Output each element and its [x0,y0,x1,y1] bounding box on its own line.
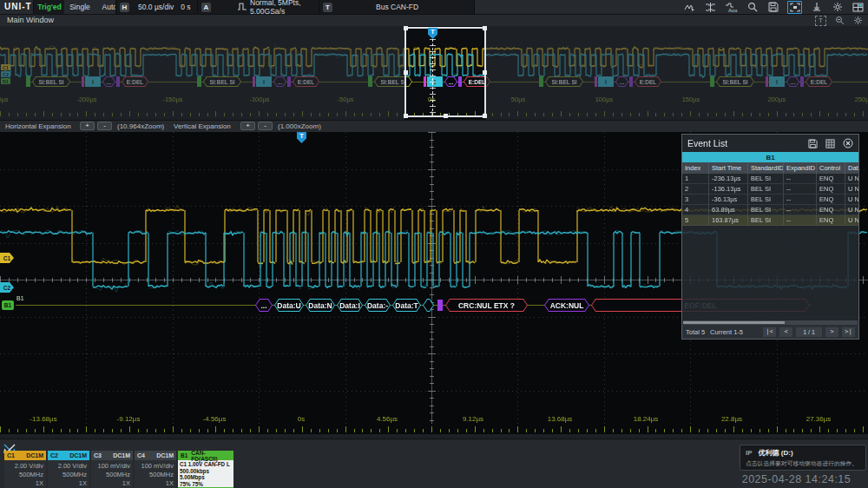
event-cell: U N I - [845,174,858,183]
search-icon[interactable] [746,2,759,13]
hexpand-plus-button[interactable]: + [80,122,95,130]
event-cell: ENQ [817,195,845,204]
event-cell: -36.13µs [709,195,748,204]
channel-card-body: 100 mV/div500MHz1X [91,460,133,488]
event-column-index: Index [682,162,709,174]
window-layout-icon[interactable] [852,2,865,13]
bus-decode-segment: ACK:NUL [544,299,589,312]
event-column-data: Data [845,162,858,174]
bus-card-header: B1CAN-FD(ASCII) [178,451,233,460]
next-page-button[interactable]: > [825,327,838,337]
probe-check-icon[interactable] [810,2,823,13]
main-waveform-area[interactable]: T C1 C2 B1 B1 ...Data:UData:NData:IData:… [0,132,868,434]
event-cell: 5 [682,215,709,225]
trigger-source: Bus CAN-FD [376,3,418,11]
event-cell: BEL SI [748,184,784,194]
bus-decode-segment: ... [255,299,273,312]
datetime-display: 2025-04-28 14:24:15 [729,473,864,485]
event-cell: -- [784,215,817,225]
single-button[interactable]: Single [64,0,95,14]
prev-page-button[interactable]: < [779,327,792,337]
save-icon[interactable] [766,2,779,13]
window-settings-icon[interactable] [853,16,863,25]
text-annotation-icon[interactable]: T [815,16,826,26]
overview-trigger-flag[interactable]: T [428,28,437,39]
zoom-handle[interactable] [483,26,487,30]
bus-decode-segment: CRC:NUL ETX ? [445,299,528,312]
event-row[interactable]: 3-36.13µsBEL SI--ENQU N I - [682,195,858,205]
event-column-start time: Start Time [709,162,748,174]
event-cell: BEL SI [748,205,784,214]
event-list-panel[interactable]: Event List B1 IndexStart TimeStandardIDE… [681,134,859,340]
main-axis-label: 4.56µs [377,415,398,423]
channel-card-c2[interactable]: C2DC1M2.00 V/div500MHz1X [48,451,89,488]
event-close-icon[interactable] [843,138,853,148]
bus1-badge[interactable]: B1 [2,300,14,310]
zoom-handle[interactable] [444,114,448,118]
window-tools: T [815,15,863,26]
horizontal-settings[interactable]: H 50.0 µs/div 0 s [115,0,198,14]
trigger-settings[interactable]: T Bus CAN-FD [319,0,475,14]
hexpand-zoom-value: (10.964xZoom) [117,122,164,130]
hexpand-minus-button[interactable]: - [97,122,112,130]
event-row[interactable]: 463.89µsBEL SI--ENQU N I - [682,205,858,215]
vexpand-plus-button[interactable]: + [240,122,255,130]
zoom-handle[interactable] [404,114,408,118]
event-column-control: Control [817,162,845,174]
event-cell: BEL SI [748,174,784,183]
event-row[interactable]: 2-136.13µsBEL SI--ENQU N I - [682,184,858,195]
main-axis-label: 13.68µs [548,415,573,423]
acquire-settings[interactable]: A Normal, 5MPts, 5.00GSa/s [197,0,319,14]
first-page-button[interactable]: |< [763,327,776,337]
event-cell: ENQ [817,215,845,225]
vexpand-minus-button[interactable]: - [258,122,273,130]
cursor-wave-icon[interactable] [683,2,696,13]
event-bus-tab[interactable]: B1 [682,152,858,162]
event-hscrollbar[interactable] [683,320,858,325]
usb-notification[interactable]: IP优利德 (D:) 点击以选择要对可移动驱动器进行的操作。 [740,445,866,471]
zoom-handle[interactable] [483,70,487,75]
screenshot-icon[interactable] [787,1,802,14]
event-total: Total 5 [686,328,705,336]
acquire-icon[interactable]: Acq [725,2,738,13]
main-axis-label: 22.8µs [721,415,742,423]
status-bar: C1DC1M2.00 V/div500MHz1XC2DC1M2.00 V/div… [0,439,868,488]
event-current: Current 1-5 [710,328,743,336]
event-table-icon[interactable] [825,139,835,148]
zoom-window[interactable]: T [404,27,486,117]
channel-card-header: C2DC1M [48,451,89,460]
main-axis-label: 27.36µs [806,415,832,423]
event-row[interactable]: 1-236.13µsBEL SI--ENQU N I - [682,174,858,184]
last-page-button[interactable]: >| [842,327,855,337]
event-column-expandid: ExpandID [784,162,817,174]
overview-strip[interactable]: SI:BEL SII...E:DELSI:BEL SII...E:DELSI:B… [0,26,868,120]
event-cell: 1 [682,174,709,183]
channel-card-header: C4DC1M [135,451,176,460]
zoom-handle[interactable] [483,114,487,118]
event-footer: Total 5 Current 1-5 |< < 1 / 1 > >| [682,325,858,339]
channel-card-c4[interactable]: C4DC1M100 mV/div500MHz1X [135,451,176,488]
zoom-handle[interactable] [404,26,408,30]
event-cell: U N I - [845,184,858,194]
bus-card-body: C1 1.00V CAN-FD L 500.00kbps 5.00Mbps 75… [178,460,233,487]
event-rows[interactable]: 1-236.13µsBEL SI--ENQU N I -2-136.13µsBE… [682,174,858,226]
event-cell: ENQ [817,184,845,194]
bus1-label: B1 [16,295,24,301]
zoom-out-icon[interactable] [835,16,845,25]
bus-card[interactable]: B1CAN-FD(ASCII) C1 1.00V CAN-FD L 500.00… [178,451,233,488]
event-column-header: IndexStart TimeStandardIDExpandIDControl… [682,162,858,174]
zoom-center-line [430,39,436,115]
event-row[interactable]: 5163.87µsBEL SI--ENQU N I - [682,215,858,226]
event-cell: U N I - [845,205,858,214]
trigger-setup-icon[interactable] [704,2,717,13]
event-save-icon[interactable] [808,139,818,148]
settings-gear-icon[interactable] [831,2,844,13]
zoom-handle[interactable] [404,70,408,75]
bus-decode-segment [423,299,434,312]
event-cell: 163.87µs [709,215,748,225]
event-cell: ENQ [817,174,845,183]
channel-card-c1[interactable]: C1DC1M2.00 V/div500MHz1X [4,451,46,488]
channel-card-c3[interactable]: C3DC1M100 mV/div500MHz1X [91,451,133,488]
h-badge: H [120,3,129,12]
timebase-offset: 0 s [181,3,190,11]
